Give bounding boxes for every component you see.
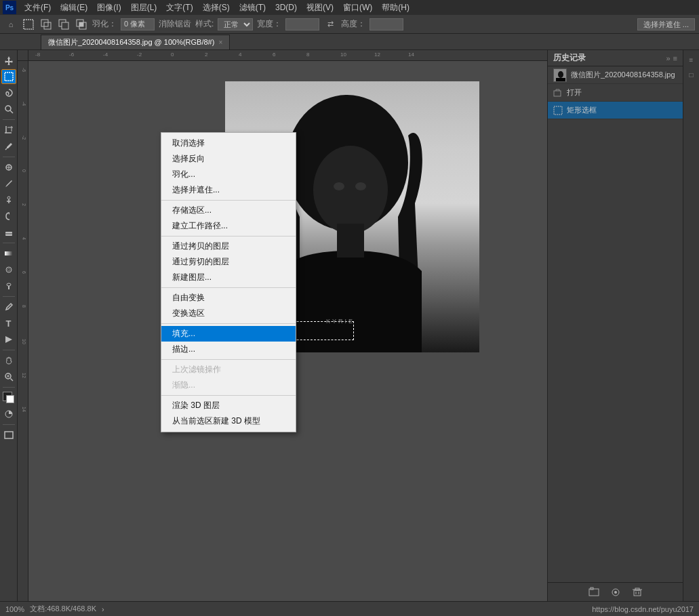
ctx-transform-sel[interactable]: 变换选区 [161, 306, 296, 321]
menu-filter[interactable]: 滤镜(T) [235, 1, 270, 15]
crop-tool[interactable] [1, 123, 16, 138]
screen-mode-btn[interactable] [1, 428, 16, 443]
ctx-sep-4 [161, 323, 296, 324]
history-thumb-image [553, 68, 567, 82]
ctx-sep-2 [161, 236, 296, 237]
history-panel-title: 历史记录 [553, 52, 586, 64]
ctx-feather[interactable]: 羽化... [161, 167, 296, 182]
history-item-open[interactable]: 打开 [548, 84, 683, 102]
left-toolbar: T [0, 50, 18, 601]
eyedropper-tool[interactable] [1, 139, 16, 154]
panel-toggle-2[interactable]: □ [685, 68, 698, 81]
menu-edit[interactable]: 编辑(E) [56, 1, 92, 15]
ctx-layer-via-copy[interactable]: 通过拷贝的图层 [161, 239, 296, 254]
swap-dimensions-icon[interactable]: ⇄ [323, 18, 337, 31]
context-menu: 取消选择 选择反向 羽化... 选择并遮住... 存储选区... 建立工作路径.… [161, 132, 296, 432]
history-brush-tool[interactable] [1, 209, 16, 224]
move-tool[interactable] [1, 53, 16, 68]
menu-file[interactable]: 文件(F) [20, 1, 55, 15]
delete-history-btn[interactable] [630, 585, 645, 600]
pen-tool[interactable] [1, 300, 16, 314]
menu-select[interactable]: 选择(S) [199, 1, 234, 15]
document-tab[interactable]: 微信图片_20200408164358.jpg @ 100%(RGB/8#) × [41, 35, 230, 49]
svg-rect-25 [5, 251, 13, 255]
subtract-selection-icon[interactable] [57, 18, 71, 31]
marquee-tool[interactable] [1, 69, 16, 84]
feather-input[interactable] [121, 18, 155, 30]
brush-tool[interactable] [1, 176, 16, 191]
add-selection-icon[interactable] [39, 18, 53, 31]
blur-tool[interactable] [1, 262, 16, 277]
ctx-new-layer[interactable]: 新建图层... [161, 270, 296, 285]
select-and-mask-button[interactable]: 选择并遮住 ... [637, 18, 695, 30]
svg-point-51 [614, 591, 617, 594]
history-panel-header: 历史记录 » ≡ [548, 50, 683, 66]
tool-separator-7 [3, 424, 15, 425]
color-swatches[interactable] [1, 390, 16, 405]
dodge-tool[interactable] [1, 279, 16, 293]
heal-tool[interactable] [1, 160, 16, 175]
lasso-tool[interactable] [1, 85, 16, 100]
ctx-stroke[interactable]: 描边... [161, 342, 296, 357]
svg-rect-40 [337, 224, 364, 258]
zoom-level: 100% [5, 605, 24, 613]
eraser-tool[interactable] [1, 225, 16, 240]
ctx-work-path[interactable]: 建立工作路径... [161, 218, 296, 234]
history-item-2-text: 打开 [567, 87, 582, 98]
tab-title: 微信图片_20200408164358.jpg @ 100%(RGB/8#) [48, 37, 214, 47]
ctx-sep-1 [161, 200, 296, 201]
ctx-render-3d[interactable]: 渲染 3D 图层 [161, 398, 296, 413]
new-selection-icon[interactable] [22, 18, 35, 31]
ctx-new-3d-from-sel[interactable]: 从当前选区新建 3D 模型 [161, 413, 296, 429]
height-input[interactable] [370, 18, 403, 30]
zoom-tool[interactable] [1, 369, 16, 384]
main-layout: T -8 [0, 50, 699, 601]
panel-toggle-1[interactable]: ≡ [685, 53, 698, 66]
svg-marker-8 [5, 56, 13, 65]
ctx-select-mask[interactable]: 选择并遮住... [161, 182, 296, 198]
clone-tool[interactable] [1, 192, 16, 207]
ctx-free-transform[interactable]: 自由变换 [161, 290, 296, 306]
arrow-btn[interactable]: › [102, 605, 104, 613]
svg-rect-4 [62, 22, 68, 29]
style-select[interactable]: 正常 [218, 18, 253, 30]
ctx-deselect[interactable]: 取消选择 [161, 136, 296, 151]
text-tool[interactable]: T [1, 316, 16, 331]
ctx-invert[interactable]: 选择反向 [161, 151, 296, 167]
quick-mask-btn[interactable] [1, 407, 16, 422]
menu-view[interactable]: 视图(V) [302, 1, 338, 15]
open-icon [553, 88, 563, 98]
background-color[interactable] [6, 395, 14, 403]
anti-alias-label: 消除锯齿 [159, 18, 191, 30]
ctx-save-sel[interactable]: 存储选区... [161, 203, 296, 218]
menu-window[interactable]: 窗口(W) [339, 1, 376, 15]
home-icon[interactable]: ⌂ [4, 18, 18, 31]
csdn-url: https://blog.csdn.net/puyu2017 [592, 605, 694, 613]
path-select-tool[interactable] [1, 332, 16, 347]
menu-help[interactable]: 帮助(H) [378, 1, 414, 15]
create-new-from-state-btn[interactable] [608, 585, 623, 600]
svg-point-41 [334, 182, 344, 190]
marquee-icon [553, 106, 563, 115]
hand-tool[interactable] [1, 353, 16, 368]
tab-close-button[interactable]: × [218, 39, 222, 46]
menu-image[interactable]: 图像(I) [93, 1, 125, 15]
svg-line-11 [10, 110, 13, 113]
tool-separator-1 [3, 119, 15, 120]
intersect-selection-icon[interactable] [75, 18, 88, 31]
menu-layer[interactable]: 图层(L) [127, 1, 161, 15]
panel-expand-btn[interactable]: » [666, 54, 670, 62]
history-item-open-image[interactable]: 微信图片_20200408164358.jpg [548, 66, 683, 84]
ctx-fill[interactable]: 填充... [161, 326, 296, 342]
ctx-layer-via-cut[interactable]: 通过剪切的图层 [161, 254, 296, 270]
panel-menu-btn[interactable]: ≡ [673, 54, 677, 62]
gradient-tool[interactable] [1, 246, 16, 261]
menu-type[interactable]: 文字(T) [162, 1, 197, 15]
history-item-marquee[interactable]: 矩形选框 [548, 102, 683, 119]
create-snapshot-btn[interactable] [586, 585, 601, 600]
width-input[interactable] [285, 18, 319, 30]
tab-bar: 微信图片_20200408164358.jpg @ 100%(RGB/8#) × [0, 34, 699, 50]
history-actions [548, 582, 683, 601]
menu-3d[interactable]: 3D(D) [271, 1, 301, 14]
quick-select-tool[interactable] [1, 102, 16, 117]
